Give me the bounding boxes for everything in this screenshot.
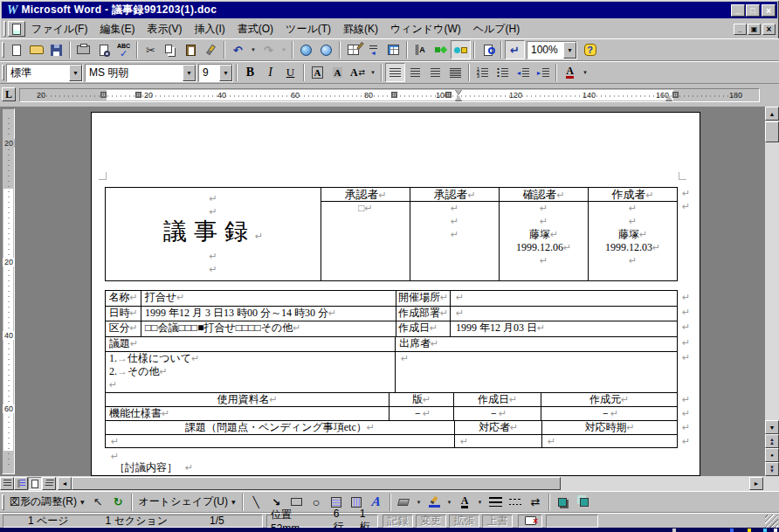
materials-header-cell[interactable]: 使用資料名↵ [106,393,389,406]
open-button[interactable] [26,40,46,59]
font-color-dropdown[interactable]: ▼ [580,63,590,82]
responder-content-cell[interactable]: ↵ [454,435,541,447]
category-label-cell[interactable]: 区分↵ [106,321,141,336]
approver2-sign-cell[interactable]: ↵↵↵ [410,202,499,280]
issues-header-cell[interactable]: 課題（問題点・ペンディング事項etc）↵ [106,421,454,434]
print-button[interactable] [73,40,93,59]
table-column-marker[interactable] [391,92,397,98]
checker-header-cell[interactable]: 確認者↵ [499,188,588,201]
draw-adjust-button[interactable]: 図形の調整(R)▼ [6,493,88,512]
drawing-toolbar-grip[interactable] [2,494,4,510]
align-center-button[interactable] [405,63,425,82]
author-sign-cell[interactable]: ↵↵藤塚↵1999.12.03↵↵ [588,202,677,280]
character-scale-dropdown[interactable]: ▼ [368,63,378,82]
tables-and-borders-button[interactable] [343,40,363,59]
material-version-cell[interactable]: －↵ [389,407,453,420]
name-label-cell[interactable]: 名称↵ [106,291,141,306]
menu-window[interactable]: ウィンドウ(W) [384,19,467,39]
attendees-content-cell[interactable]: ↵ [395,352,677,392]
document-page[interactable]: ↵ ↵ 議事録↵ ↵ ↵ 承認者↵ 承認者↵ 確認者↵ 作成者↵ □↵ ↵ [91,112,700,476]
style-combobox[interactable]: 標準▼ [6,64,83,82]
menu-tools[interactable]: ツール(T) [279,19,337,39]
approver1-header-cell[interactable]: 承認者↵ [321,188,410,201]
menu-view[interactable]: 表示(V) [141,19,188,39]
font-size-combobox[interactable]: 9▼ [198,64,233,82]
insert-hyperlink-button[interactable] [296,40,316,59]
table-column-marker[interactable] [672,92,679,98]
font-size-dropdown[interactable]: ▼ [219,65,232,81]
bullets-button[interactable]: ••• [493,63,513,82]
style-dropdown[interactable]: ▼ [69,65,82,81]
italic-button[interactable]: I [260,63,280,82]
first-line-indent-marker[interactable] [455,89,462,94]
category-value-cell[interactable]: □□会議□□□■打合せ□□□□その他↵ [141,321,396,336]
dept-value-cell[interactable]: ↵ [450,307,677,321]
maximize-button[interactable]: □ [746,4,760,17]
period-content-cell[interactable]: ↵ [541,435,677,447]
print-layout-view-button[interactable] [28,477,42,490]
responder-header-cell[interactable]: 対応者↵ [454,421,541,434]
table-column-marker[interactable] [100,92,107,98]
datetime-value-cell[interactable]: 1999 年12 月 3 日13 時00 分～14 時30 分↵ [141,307,396,321]
copy-button[interactable] [161,40,181,59]
tab-selector[interactable]: L [2,87,16,101]
arrow-style-button[interactable]: ⇄ [526,493,546,512]
increase-indent-button[interactable]: ► [533,63,553,82]
origin-header-cell[interactable]: 作成元↵ [541,393,677,406]
threed-button[interactable] [573,493,593,512]
text-direction-button[interactable]: A [410,40,431,59]
name-value-cell[interactable]: 打合せ↵ [141,291,396,306]
help-button[interactable]: ? [580,40,600,59]
shadow-button[interactable] [553,493,573,512]
attendees-label-cell[interactable]: 出席者↵ [395,337,677,351]
menu-file[interactable]: ファイル(F) [25,19,93,39]
material-origin-cell[interactable]: －↵ [541,407,677,420]
distribute-button[interactable] [445,63,465,82]
dept-label-cell[interactable]: 作成部署↵ [396,307,450,321]
document-icon-button[interactable] [8,21,25,37]
line-color-button[interactable] [424,493,445,512]
minutes-title-cell[interactable]: ↵ ↵ 議事録↵ ↵ ↵ [106,188,321,280]
zoom-combobox[interactable]: 100% ▼ [527,41,577,59]
material-date-cell[interactable]: －↵ [453,407,541,420]
convert-text-to-table-button[interactable]: ◄ [363,40,383,59]
free-rotate-button[interactable]: ↻ [108,493,128,512]
scroll-up-button[interactable]: ▲ [765,107,779,121]
font-color-button[interactable]: A [560,63,580,82]
checker-sign-cell[interactable]: ↵↵藤塚↵1999.12.06↵↵ [499,202,588,280]
autoshapes-button[interactable]: オートシェイプ(U)▼ [135,493,239,512]
numbering-button[interactable]: 123 [472,63,493,82]
next-page-button[interactable]: ▼▼ [765,462,779,476]
vscroll-thumb[interactable] [765,121,779,142]
paste-button[interactable] [181,40,201,59]
approver1-sign-cell[interactable]: □↵ [321,202,410,280]
table-column-marker[interactable] [135,92,141,98]
right-indent-marker[interactable] [665,95,672,100]
character-shading-button[interactable]: A [327,63,348,82]
outline-view-button[interactable] [42,477,56,490]
hscroll-left-button[interactable]: ◄ [58,477,72,490]
title-bar[interactable]: W Microsoft Word - 議事録991203(1).doc _ □ … [2,2,777,18]
bold-button[interactable]: B [240,63,260,82]
hscroll-right-button[interactable]: ► [749,477,763,490]
scroll-down-button[interactable]: ▼ [765,420,779,434]
select-browse-object-button[interactable]: ● [765,448,779,462]
doc-minimize-button[interactable]: _ [734,24,747,35]
created-label-cell[interactable]: 作成日↵ [396,321,450,336]
close-button[interactable]: × [762,4,776,17]
line-button[interactable]: ╲ [246,493,266,512]
standard-toolbar-grip[interactable] [2,42,4,58]
redo-button[interactable]: ↷ [259,40,279,59]
minimize-button[interactable]: _ [731,4,745,17]
character-scale-button[interactable]: A⇄ [348,63,368,82]
draw-font-color-button[interactable]: A [455,493,475,512]
version-header-cell[interactable]: 版↵ [389,393,453,406]
doc-close-button[interactable]: × [762,24,776,35]
date-header-cell[interactable]: 作成日↵ [453,393,541,406]
font-combobox[interactable]: MS 明朝▼ [85,64,196,82]
cut-button[interactable]: ✂ [141,40,161,59]
agenda-label-cell[interactable]: 議題↵ [106,337,395,351]
resize-grip[interactable] [765,515,778,528]
created-value-cell[interactable]: 1999 年12 月03 日↵ [450,321,677,336]
undo-dropdown[interactable]: ▼ [248,40,259,59]
